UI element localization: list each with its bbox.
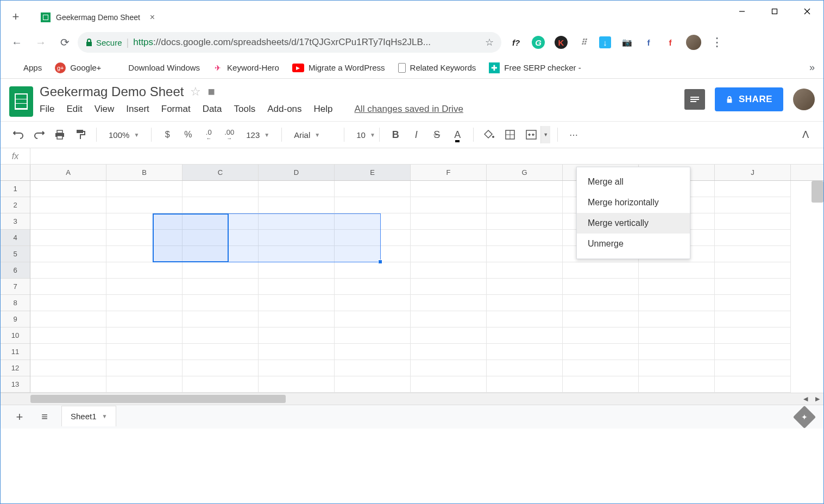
font-dropdown[interactable]: Arial▼ (288, 130, 337, 140)
user-avatar[interactable] (793, 89, 815, 110)
cell[interactable] (487, 311, 563, 327)
cell[interactable] (183, 344, 259, 360)
cell[interactable] (639, 295, 715, 311)
cell[interactable] (30, 181, 106, 197)
cell[interactable] (30, 213, 106, 230)
column-header-d[interactable]: D (259, 165, 335, 180)
cell[interactable] (259, 327, 335, 344)
browser-tab[interactable]: Geekermag Demo Sheet × (33, 7, 162, 28)
cell[interactable] (411, 181, 487, 197)
cell[interactable] (639, 344, 715, 360)
cell[interactable] (639, 279, 715, 295)
extension-icon-download[interactable]: ↓ (599, 36, 611, 48)
cell[interactable] (106, 181, 183, 197)
browser-profile-avatar[interactable] (686, 35, 701, 50)
cell[interactable] (183, 327, 259, 344)
cell[interactable] (335, 311, 411, 327)
cell[interactable] (715, 213, 791, 230)
cell[interactable] (411, 246, 487, 262)
cell[interactable] (563, 311, 639, 327)
cell[interactable] (106, 327, 183, 344)
more-button[interactable]: ⋯ (564, 126, 583, 143)
selection-handle[interactable] (378, 260, 382, 264)
bookmark-download-windows[interactable]: Download Windows (114, 63, 200, 73)
cell[interactable] (639, 262, 715, 279)
borders-button[interactable] (501, 126, 519, 143)
cell[interactable] (106, 376, 183, 393)
cell[interactable] (411, 376, 487, 393)
extension-icon-k[interactable]: K (555, 36, 568, 49)
cell[interactable] (30, 246, 106, 262)
sheet-tab-active[interactable]: Sheet1 ▼ (61, 406, 116, 426)
cell[interactable] (335, 197, 411, 213)
scroll-right-arrow[interactable]: ▶ (812, 393, 823, 405)
cell[interactable] (715, 376, 791, 393)
cell[interactable] (183, 376, 259, 393)
column-header-b[interactable]: B (106, 165, 183, 180)
row-header-5[interactable]: 5 (1, 246, 30, 262)
percent-button[interactable]: % (179, 126, 197, 143)
bookmark-migrate-wordpress[interactable]: ▶ Migrate a WordPress (292, 63, 385, 72)
star-icon[interactable]: ☆ (190, 85, 201, 99)
cell[interactable] (487, 295, 563, 311)
bookmark-related-keywords[interactable]: Related Keywords (398, 63, 476, 73)
menu-insert[interactable]: Insert (126, 104, 149, 115)
undo-button[interactable] (9, 126, 28, 143)
column-header-j[interactable]: J (715, 165, 791, 180)
cell[interactable] (183, 279, 259, 295)
cell[interactable] (259, 181, 335, 197)
cell[interactable] (487, 360, 563, 376)
cell[interactable] (563, 279, 639, 295)
cell[interactable] (335, 344, 411, 360)
extension-icon-grid[interactable]: ⠿ (577, 36, 589, 48)
text-color-button[interactable]: A (448, 126, 467, 143)
cell[interactable] (563, 376, 639, 393)
cell[interactable] (715, 344, 791, 360)
cell[interactable] (259, 262, 335, 279)
row-header-10[interactable]: 10 (1, 327, 30, 344)
row-header-11[interactable]: 11 (1, 344, 30, 360)
collapse-toolbar-button[interactable]: ᐱ (796, 126, 815, 143)
cell[interactable] (487, 246, 563, 262)
row-header-1[interactable]: 1 (1, 181, 30, 197)
cell[interactable] (715, 311, 791, 327)
cell[interactable] (335, 295, 411, 311)
cell[interactable] (30, 344, 106, 360)
maximize-button[interactable] (758, 1, 791, 22)
cell[interactable] (639, 311, 715, 327)
cell[interactable] (183, 181, 259, 197)
screenshot-extension-icon[interactable]: 📷 (621, 36, 633, 48)
cell[interactable] (715, 230, 791, 246)
increase-decimal-button[interactable]: .00→ (220, 126, 238, 143)
cell[interactable] (259, 376, 335, 393)
cell[interactable] (335, 360, 411, 376)
menu-help[interactable]: Help (314, 104, 333, 115)
new-tab-button[interactable]: + (5, 6, 27, 28)
cell[interactable] (30, 295, 106, 311)
fill-color-button[interactable] (480, 126, 499, 143)
column-header-a[interactable]: A (30, 165, 106, 180)
unmerge-item[interactable]: Unmerge (577, 234, 690, 254)
forward-button[interactable]: → (30, 32, 52, 53)
cell[interactable] (259, 197, 335, 213)
formula-input[interactable] (30, 148, 823, 164)
font-size-dropdown[interactable]: 10▼ (351, 130, 373, 140)
cell[interactable] (259, 295, 335, 311)
number-format-dropdown[interactable]: 123▼ (241, 130, 275, 140)
cell[interactable] (183, 295, 259, 311)
reload-button[interactable]: ⟳ (54, 32, 76, 53)
fx-icon[interactable]: fx (1, 148, 30, 164)
cell[interactable] (563, 262, 639, 279)
cell[interactable] (106, 279, 183, 295)
cell[interactable] (259, 279, 335, 295)
zoom-dropdown[interactable]: 100%▼ (103, 130, 144, 140)
row-header-2[interactable]: 2 (1, 197, 30, 213)
cell[interactable] (30, 262, 106, 279)
menu-edit[interactable]: Edit (66, 104, 82, 115)
cell[interactable] (30, 230, 106, 246)
cell[interactable] (715, 181, 791, 197)
cell[interactable] (183, 262, 259, 279)
cell[interactable] (715, 327, 791, 344)
facebook-extension-icon[interactable]: f (643, 36, 655, 48)
cell[interactable] (335, 327, 411, 344)
